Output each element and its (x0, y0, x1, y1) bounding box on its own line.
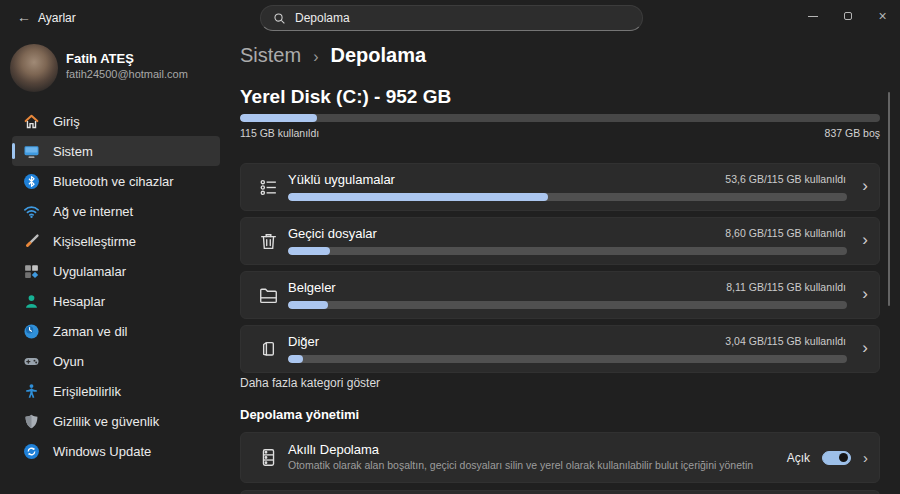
chevron-right-icon: › (862, 284, 868, 304)
storage-sense-icon (258, 447, 279, 468)
sidebar-item-uygulamalar[interactable]: Uygulamalar (12, 256, 220, 286)
home-icon (23, 113, 40, 130)
avatar (10, 44, 58, 92)
storage-sense-title: Akıllı Depolama (288, 442, 379, 457)
breadcrumb-separator-icon: › (313, 46, 318, 66)
sidebar-item-label: Zaman ve dil (53, 324, 127, 339)
installed-apps-icon (258, 177, 279, 198)
category-row-temp-files[interactable]: Geçici dosyalar 8,60 GB/115 GB kullanıld… (240, 217, 880, 265)
category-bar (288, 355, 847, 363)
sidebar-item-gizlilik[interactable]: Gizlilik ve güvenlik (12, 406, 220, 436)
category-label: Belgeler (288, 280, 336, 295)
apps-icon (23, 263, 40, 280)
breadcrumb-parent[interactable]: Sistem (240, 44, 301, 67)
category-usage: 8,11 GB/115 GB kullanıldı (726, 281, 846, 293)
storage-sense-controls: Açık › (787, 433, 868, 482)
main-content: Sistem › Depolama Yerel Disk (C:) - 952 … (240, 36, 880, 494)
sidebar-item-label: Uygulamalar (53, 264, 126, 279)
folder-icon (258, 285, 279, 306)
category-bar (288, 193, 847, 201)
category-label: Geçici dosyalar (288, 226, 377, 241)
back-icon: ← (17, 9, 31, 25)
sidebar-item-bluetooth[interactable]: Bluetooth ve cihazlar (12, 166, 220, 196)
display-icon (23, 143, 40, 160)
back-button[interactable]: ← (10, 4, 38, 30)
gaming-icon (23, 353, 40, 370)
minimize-icon (808, 16, 818, 17)
storage-sense-row[interactable]: Akıllı Depolama Otomatik olarak alan boş… (240, 432, 880, 483)
sidebar-item-label: Sistem (53, 144, 93, 159)
search-input[interactable]: Depolama (260, 5, 643, 31)
sidebar-item-label: Windows Update (53, 444, 151, 459)
chevron-right-icon: › (862, 230, 868, 250)
maximize-icon (844, 12, 852, 20)
windows-update-icon (23, 443, 40, 460)
show-more-categories-link[interactable]: Daha fazla kategori göster (240, 376, 380, 390)
category-usage: 8,60 GB/115 GB kullanıldı (725, 227, 846, 239)
storage-sense-description: Otomatik olarak alan boşaltın, geçici do… (288, 459, 753, 471)
sidebar-item-windows-update[interactable]: Windows Update (12, 436, 220, 466)
sidebar-item-ag-internet[interactable]: Ağ ve internet (12, 196, 220, 226)
breadcrumb-current: Depolama (330, 44, 426, 67)
category-label: Diğer (288, 334, 319, 349)
accounts-icon (23, 293, 40, 310)
settings-window: ← Ayarlar Depolama × Fatih ATEŞ fatih245… (0, 0, 900, 494)
sidebar-item-sistem[interactable]: Sistem (12, 136, 220, 166)
sidebar-item-label: Kişiselleştirme (53, 234, 136, 249)
disk-used-label: 115 GB kullanıldı (240, 127, 319, 139)
sidebar-item-label: Hesaplar (53, 294, 105, 309)
search-icon (273, 12, 286, 25)
bluetooth-icon (23, 173, 40, 190)
category-usage: 53,6 GB/115 GB kullanıldı (725, 173, 846, 185)
category-bar (288, 301, 847, 309)
sidebar-item-label: Gizlilik ve güvenlik (53, 414, 159, 429)
user-name: Fatih ATEŞ (66, 51, 134, 66)
close-icon: × (878, 9, 886, 23)
sidebar-item-oyun[interactable]: Oyun (12, 346, 220, 376)
disk-title: Yerel Disk (C:) - 952 GB (240, 86, 451, 108)
disk-usage-labels: 115 GB kullanıldı 837 GB boş (240, 127, 880, 139)
chevron-right-icon: › (862, 338, 868, 358)
trash-icon (258, 231, 279, 252)
sidebar-item-giris[interactable]: Giriş (12, 106, 220, 136)
next-row-partial (240, 490, 880, 494)
scrollbar-thumb[interactable] (888, 92, 890, 306)
breadcrumb: Sistem › Depolama (240, 44, 426, 67)
sidebar-item-kisisellestirme[interactable]: Kişiselleştirme (12, 226, 220, 256)
search-value: Depolama (295, 11, 350, 25)
category-row-documents[interactable]: Belgeler 8,11 GB/115 GB kullanıldı › (240, 271, 880, 319)
privacy-icon (23, 413, 40, 430)
sidebar-item-hesaplar[interactable]: Hesaplar (12, 286, 220, 316)
personalization-icon (23, 233, 40, 250)
time-language-icon (23, 323, 40, 340)
category-bar (288, 247, 847, 255)
close-button[interactable]: × (865, 0, 900, 32)
disk-usage-fill (240, 114, 317, 122)
window-controls: × (795, 0, 900, 32)
minimize-button[interactable] (795, 0, 830, 32)
sidebar-item-label: Ağ ve internet (53, 204, 133, 219)
category-row-other[interactable]: Diğer 3,04 GB/115 GB kullanıldı › (240, 325, 880, 373)
toggle-knob (839, 453, 848, 462)
disk-free-label: 837 GB boş (825, 127, 880, 139)
toggle-state-label: Açık (787, 451, 810, 465)
sidebar-item-erisilebilirlik[interactable]: Erişilebilirlik (12, 376, 220, 406)
network-icon (23, 203, 40, 220)
accessibility-icon (23, 383, 40, 400)
sidebar-item-label: Bluetooth ve cihazlar (53, 174, 174, 189)
storage-sense-toggle[interactable] (822, 451, 851, 465)
category-usage: 3,04 GB/115 GB kullanıldı (725, 335, 846, 347)
sidebar-item-label: Oyun (53, 354, 84, 369)
sidebar-nav: Giriş Sistem Bluetooth ve cihazlar Ağ ve… (0, 106, 232, 466)
storage-management-heading: Depolama yönetimi (240, 407, 359, 422)
app-title: Ayarlar (38, 11, 76, 25)
category-bar-fill (288, 355, 303, 363)
sidebar: Fatih ATEŞ fatih24500@hotmail.com Giriş … (0, 36, 232, 494)
sidebar-item-zaman-dil[interactable]: Zaman ve dil (12, 316, 220, 346)
category-row-installed-apps[interactable]: Yüklü uygulamalar 53,6 GB/115 GB kullanı… (240, 163, 880, 211)
user-email: fatih24500@hotmail.com (66, 68, 188, 80)
sidebar-item-label: Erişilebilirlik (53, 384, 121, 399)
maximize-button[interactable] (830, 0, 865, 32)
category-bar-fill (288, 247, 330, 255)
category-label: Yüklü uygulamalar (288, 172, 395, 187)
